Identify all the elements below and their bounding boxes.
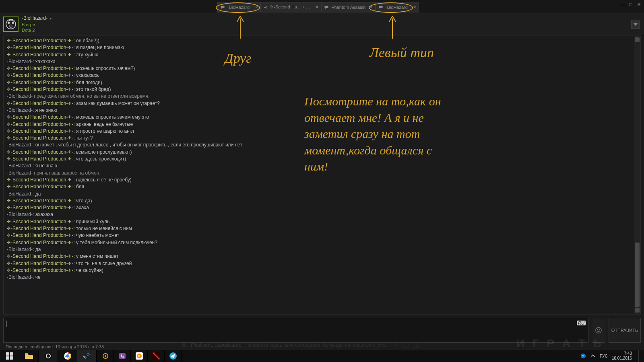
avatar[interactable] [3,16,19,32]
chat-line: -BioHazard-: хахахаха [7,58,632,65]
contact-header: -BioHazard-▼ В игре Dota 2 [0,13,644,35]
chat-line: -BioHazard-: я не знаю [7,107,632,114]
taskbar-explorer[interactable] [19,350,39,362]
chat-author: ✈-Second Hand Production-✈- [7,128,73,134]
taskbar-chrome[interactable] [58,350,77,362]
chat-text: бля погоди) [76,80,102,85]
chat-author: ✈-Second Hand Production-✈- [7,267,73,273]
svg-point-2 [8,22,10,24]
chat-text: принимай хуль [76,219,109,224]
svg-rect-12 [403,343,409,347]
taskbar-tray: ? РУС 7:40 10.01.2016 [580,350,644,362]
chat-text: бля [76,184,84,189]
tab-label: -BioHazard- [386,5,409,10]
chat-line: ✈-Second Hand Production-✈-: что ты не в… [7,260,632,267]
chat-author: -BioHazard- [7,191,33,197]
taskbar-steam[interactable] [77,350,97,362]
svg-point-22 [83,352,91,360]
svg-point-8 [182,343,186,347]
chat-line: -BioHazard- принял ваш запрос на обмен. [7,170,632,177]
input-language-indicator: RU [577,321,586,325]
chat-text: я просто не шарю по англ [76,128,134,134]
chat-text: можешь спросить зачем ему это [76,114,149,120]
ghost-location: (Tashkent, Uzbekistan): [191,342,241,348]
close-button[interactable]: ✕ [636,2,642,7]
svg-point-6 [597,329,598,330]
close-icon[interactable]: × [413,4,417,10]
scrollbar-down[interactable] [635,308,640,313]
chat-line: ✈-Second Hand Production-✈-: азам как ду… [7,100,632,107]
show-desktop-button[interactable] [638,350,642,362]
chat-author: ✈-Second Hand Production-✈- [7,240,73,245]
window-controls: — □ ✕ [620,2,642,7]
chat-text: только не меняйся с ним [76,226,132,231]
start-button[interactable] [0,350,19,362]
taskbar-telegram[interactable] [165,350,182,362]
scrollbar-track[interactable] [634,36,640,314]
taskbar-viber[interactable] [114,350,131,362]
chat-author: ✈-Second Hand Production-✈- [7,114,73,120]
chat-text: да [35,247,41,252]
chat-text: у тебя мобильный стим подключен? [76,240,157,245]
taskbar-obs[interactable] [39,350,58,362]
chat-author: -BioHazard- [7,59,33,64]
close-icon[interactable]: × [255,4,258,10]
contact-name-text: -BioHazard- [22,15,47,21]
chat-author: -BioHazard- [7,163,33,169]
chat-text: че за хуйня) [76,267,103,273]
taskbar-aimp[interactable] [97,350,114,362]
chat-line: -BioHazard-: я не знаю [7,162,632,169]
tray-date: 10.01.2016 [612,356,632,361]
chat-text: надеюсь я её не проебу) [76,177,132,183]
chat-text: ахаха [76,205,89,210]
tray-chevron-icon[interactable] [590,353,596,359]
chat-input[interactable]: RU [3,318,588,343]
tray-clock[interactable]: 7:40 10.01.2016 [612,351,634,361]
chat-author: ✈-Second Hand Production-✈- [7,38,73,43]
minimize-button[interactable]: — [620,2,625,7]
svg-rect-16 [10,356,13,360]
contact-name[interactable]: -BioHazard-▼ [22,15,52,22]
chat-author: ✈-Second Hand Production-✈- [7,232,73,238]
chat-line: ✈-Second Hand Production-✈-: что да) [7,197,632,204]
chat-tabs: -BioHazard- × ✈-Second Ha... + Phant... … [217,1,419,12]
scrollbar-thumb[interactable] [635,243,640,307]
svg-point-21 [66,354,69,358]
chat-text: эту хуйню [76,52,98,58]
svg-rect-13 [6,352,9,356]
svg-rect-14 [10,352,13,356]
chat-text: он ебан?)) [76,38,99,43]
taskbar-mediaplayer[interactable] [131,350,148,362]
tray-help-icon[interactable]: ? [580,353,586,359]
maximize-button[interactable]: □ [628,2,634,7]
chat-tab-biohazard-1[interactable]: -BioHazard- × [217,2,261,12]
close-icon[interactable]: × [369,4,373,10]
chat-text: я не знаю [35,107,57,113]
chat-tab-secondhand[interactable]: ✈-Second Ha... + Phant... × [261,2,321,12]
chat-text: у меня стим пишет [76,253,118,259]
chat-icon [324,5,329,9]
chat-tab-biohazard-2[interactable]: -BioHazard- × [376,2,419,12]
chat-line: ✈-Second Hand Production-✈-: ты тут? [7,135,632,142]
chat-author: ✈-Second Hand Production-✈- [7,72,73,78]
tray-time: 7:40 [612,351,632,356]
chat-author: ✈-Second Hand Production-✈- [7,101,73,106]
chat-text: да [35,191,41,197]
scrollbar-up[interactable] [635,37,640,42]
svg-rect-17 [25,353,28,354]
background-play-ghost: И Г Р А Т Ь [516,337,604,350]
taskbar-dota[interactable] [148,350,165,362]
chat-author: ✈-Second Hand Production-✈- [7,219,73,224]
chat-line: ✈-Second Hand Production-✈-: что здесь п… [7,156,632,162]
chat-line: ✈-Second Hand Production-✈-: принимай ху… [7,218,632,225]
chat-author: ✈-Second Hand Production-✈- [7,135,73,141]
chat-author: ✈-Second Hand Production-✈- [7,253,73,259]
contact-status: В игре [22,22,52,27]
send-button[interactable]: ОТПРАВИТЬ [609,318,641,343]
chat-tab-phantom[interactable]: Phantom Assasin × [321,2,376,12]
close-icon[interactable]: × [316,4,319,10]
chat-system-text: -BioHazard- предложил вам обмен, но вы н… [7,93,150,99]
header-menu-button[interactable] [631,21,640,29]
tray-language[interactable]: РУС [600,354,608,358]
windows-taskbar: ? РУС 7:40 10.01.2016 [0,350,644,362]
